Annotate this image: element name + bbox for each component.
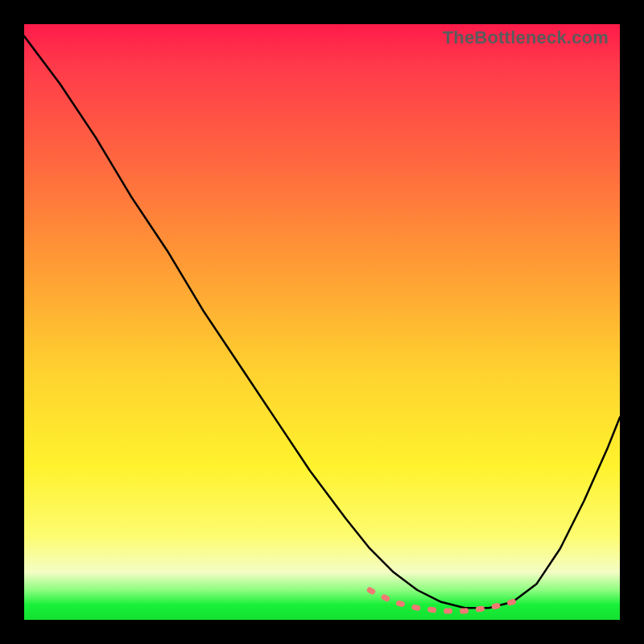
chart-frame: TheBottleneck.com [0,0,644,644]
bottleneck-curve [24,36,620,608]
chart-plot-area: TheBottleneck.com [24,24,620,620]
chart-svg [24,24,620,620]
optimal-range-line [369,590,524,611]
watermark-text: TheBottleneck.com [443,27,609,48]
